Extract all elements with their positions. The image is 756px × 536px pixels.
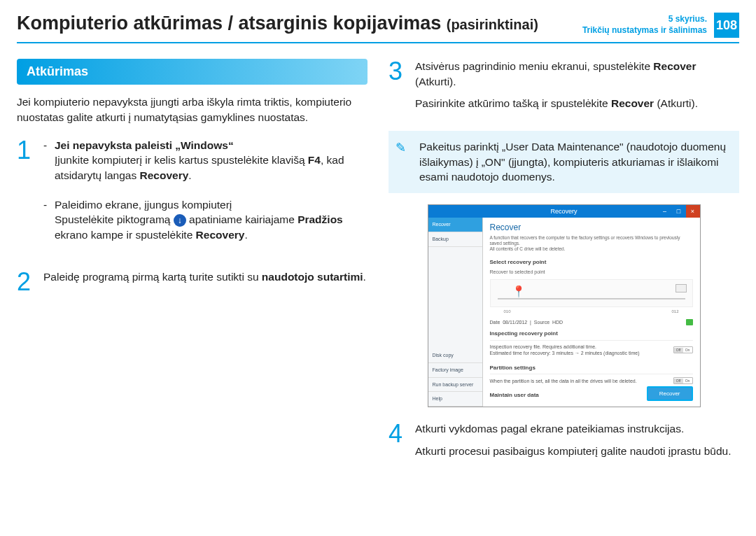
ss-sidebar: Recover Backup Disk copy Factory image R…: [428, 218, 483, 407]
bullet-content: Paleidimo ekrane, įjungus kompiuterį Spu…: [55, 197, 368, 250]
page-header: Kompiuterio atkūrimas / atsarginis kopij…: [17, 13, 739, 43]
ss-side-help: Help: [428, 392, 482, 407]
header-right: 5 skyrius. Trikčių nustatymas ir šalinim…: [582, 13, 739, 38]
close-icon: ×: [686, 205, 700, 218]
ss-titlebar: Recovery –□ ×: [428, 205, 700, 218]
step-body: Atkurti vykdomas pagal ekrane pateikiama…: [415, 421, 739, 465]
ss-body: Recover Backup Disk copy Factory image R…: [428, 218, 700, 407]
ss-main-title: Recover: [490, 222, 693, 234]
step-4: 4 Atkurti vykdomas pagal ekrane pateikia…: [388, 421, 739, 465]
chapter-info: 5 skyrius. Trikčių nustatymas ir šalinim…: [582, 14, 707, 36]
dash: -: [43, 197, 50, 250]
ss-side-runbackup: Run backup server: [428, 378, 482, 393]
page-number: 108: [714, 13, 739, 38]
pin-icon: 📍: [512, 284, 526, 299]
step4-p2: Atkurti procesui pasibaigus kompiuterį g…: [415, 444, 739, 459]
note-box: ✎ Pakeitus parinktį „User Data Maintenan…: [388, 131, 739, 193]
maximize-icon: □: [672, 205, 686, 218]
ss-timeline-line: [498, 298, 685, 299]
ss-side-factory: Factory image: [428, 363, 482, 378]
chapter-line1: 5 skyrius.: [582, 14, 707, 25]
ss-sect-inspect: Inspecting recovery point: [490, 330, 693, 337]
ss-title: Recovery: [550, 208, 577, 215]
step4-p1: Atkurti vykdomas pagal ekrane pateikiama…: [415, 421, 739, 437]
ss-toggle-inspect: OffOn: [673, 346, 693, 353]
ss-tl-labels: 010 012: [490, 309, 693, 314]
chapter-line2: Trikčių nustatymas ir šalinimas: [582, 25, 707, 36]
ss-partition-text: When the partition is set, all the data …: [490, 378, 637, 385]
bullet-title: Paleidimo ekrane, įjungus kompiuterį: [55, 197, 368, 213]
ss-main-desc: A function that recovers the computer to…: [490, 235, 693, 251]
title-main: Kompiuterio atkūrimas / atsarginis kopij…: [17, 13, 441, 34]
section-heading: Atkūrimas: [17, 59, 368, 85]
ss-row-inspect: Inspection recovery file. Requires addit…: [490, 340, 693, 360]
ss-timeline: 📍: [490, 279, 693, 307]
step-number: 1: [17, 138, 36, 257]
page-title: Kompiuterio atkūrimas / atsarginis kopij…: [17, 13, 538, 34]
ss-side-recover: Recover: [428, 218, 482, 232]
ss-main: Recover A function that recovers the com…: [483, 218, 700, 407]
note-text: Pakeitus parinktį „User Data Maintenance…: [419, 141, 726, 183]
bullet-content: Jei nepavyksta paleisti „Windows“ Įjunki…: [55, 138, 368, 190]
bullet-para: Įjunkite kompiuterį ir kelis kartus spus…: [55, 153, 368, 183]
ss-sub-select: Recover to selected point: [490, 269, 693, 276]
dash: -: [43, 138, 50, 190]
down-arrow-icon: ↓: [174, 214, 186, 227]
step-number: 2: [17, 269, 36, 295]
note-icon: ✎: [396, 139, 406, 157]
step3-p1: Atsivėrus pagrindinio meniu ekranui, spu…: [415, 59, 739, 89]
bullet-2: - Paleidimo ekrane, įjungus kompiuterį S…: [43, 197, 368, 250]
ss-side-backup: Backup: [428, 232, 482, 247]
ss-inspect-text: Inspection recovery file. Requires addit…: [490, 344, 640, 358]
ss-recover-button: Recover: [647, 386, 693, 401]
ss-info-row: Date 08/11/2012 | Source HDD: [490, 319, 693, 326]
step-body: Atsivėrus pagrindinio meniu ekranui, spu…: [415, 59, 739, 118]
ss-toggle-partition: OffOn: [673, 377, 693, 384]
ss-sect-select: Select recovery point: [490, 258, 693, 266]
step-number: 4: [388, 421, 408, 465]
ss-sect-partition: Partition settings: [490, 364, 693, 372]
step-body: - Jei nepavyksta paleisti „Windows“ Įjun…: [43, 138, 368, 257]
content-columns: Atkūrimas Jei kompiuterio nepavyksta įju…: [17, 59, 739, 479]
bullet-1: - Jei nepavyksta paleisti „Windows“ Įjun…: [43, 138, 368, 190]
step-body: Paleidę programą pirmą kartą turite suti…: [43, 269, 368, 295]
bullet-title: Jei nepavyksta paleisti „Windows“: [55, 139, 234, 151]
ss-minmax: –□: [658, 205, 686, 218]
title-sub: (pasirinktinai): [447, 17, 538, 32]
home-icon: [676, 284, 687, 292]
green-badge: [686, 319, 693, 326]
minimize-icon: –: [658, 205, 672, 218]
bullet-para: Spustelėkite piktogramą ↓ apatiniame kai…: [55, 212, 368, 242]
step-3: 3 Atsivėrus pagrindinio meniu ekranui, s…: [388, 59, 739, 118]
intro-text: Jei kompiuterio nepavyksta įjungti arba …: [17, 94, 368, 125]
ss-spacer: [428, 247, 482, 348]
step-1: 1 - Jei nepavyksta paleisti „Windows“ Įj…: [17, 138, 368, 257]
right-column: 3 Atsivėrus pagrindinio meniu ekranui, s…: [388, 59, 739, 479]
step3-p2: Pasirinkite atkūrimo tašką ir spustelėki…: [415, 96, 739, 111]
ss-row-partition: When the partition is set, all the data …: [490, 374, 693, 387]
left-column: Atkūrimas Jei kompiuterio nepavyksta įju…: [17, 59, 368, 479]
step-2: 2 Paleidę programą pirmą kartą turite su…: [17, 269, 368, 295]
ss-side-diskcopy: Disk copy: [428, 348, 482, 363]
step-number: 3: [388, 59, 408, 118]
recovery-app-screenshot: Recovery –□ × Recover Backup Disk copy F…: [428, 204, 701, 407]
